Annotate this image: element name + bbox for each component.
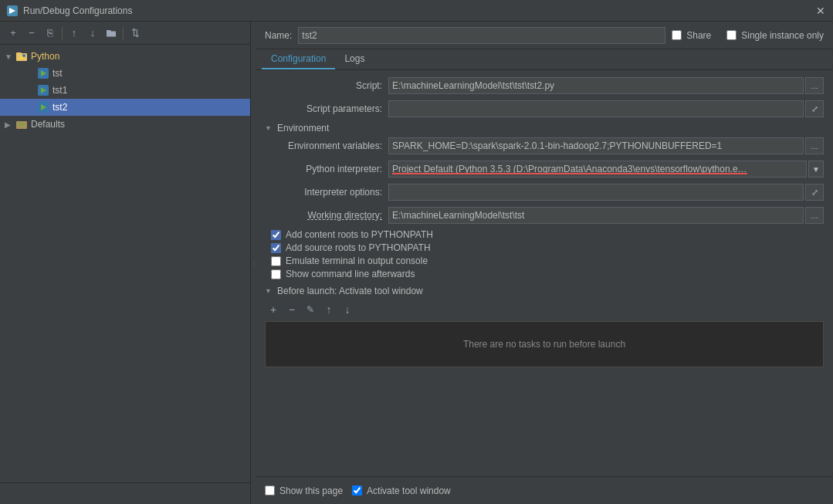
tree-label-tst1: tst1 [52,85,67,96]
tst-run-icon [37,67,49,79]
no-tasks-label: There are no tasks to run before launch [463,339,625,350]
tree-item-tst1[interactable]: ▶ tst1 [0,82,250,99]
environment-section-triangle: ▼ [265,124,274,132]
add-source-roots-checkbox[interactable] [271,243,281,253]
tree-item-python[interactable]: ▼ Python [0,48,250,65]
toolbar-separator-2 [123,27,124,39]
working-dir-row: Working directory: … [265,206,824,225]
activate-tool-label: Activate tool window [367,485,451,496]
share-checkbox[interactable] [672,30,682,40]
before-launch-remove-button[interactable]: − [283,301,300,318]
python-interpreter-value: Project Default (Python 3.5.3 (D:\Progra… [388,161,807,178]
name-label: Name: [265,30,292,41]
script-params-input[interactable] [388,100,804,117]
script-label: Script: [265,80,388,91]
tree-label-tst2: tst2 [52,102,67,113]
env-vars-label: Environment variables: [265,140,388,151]
add-content-roots-row: Add content roots to PYTHONPATH [271,229,824,240]
defaults-icon [15,118,28,130]
emulate-terminal-checkbox[interactable] [271,256,281,266]
add-content-roots-checkbox[interactable] [271,230,281,240]
right-panel: Name: Share Single instance only Configu… [256,22,833,504]
working-dir-input[interactable] [388,207,804,224]
add-source-roots-label: Add source roots to PYTHONPATH [286,242,431,253]
tabs-row: Configuration Logs [256,49,833,70]
remove-config-button[interactable]: − [23,25,40,42]
interpreter-underline [392,173,747,174]
sort-button[interactable]: ⇅ [127,25,144,42]
config-tree[interactable]: ▼ Python ▶ tst [0,45,250,482]
title-bar: Run/Debug Configurations ✕ [0,0,833,22]
script-params-row: Script parameters: ⤢ [265,100,824,118]
python-interpreter-row: Python interpreter: Project Default (Pyt… [265,160,824,178]
before-launch-label: Before launch: Activate tool window [277,286,423,296]
working-dir-label: Working directory: [265,210,388,221]
tab-logs[interactable]: Logs [335,49,374,69]
single-instance-row: Single instance only [726,30,824,41]
interpreter-options-label: Interpreter options: [265,187,388,198]
before-launch-empty-area: There are no tasks to run before launch [265,321,824,367]
svg-rect-3 [16,52,22,55]
main-container: + − ⎘ ↑ ↓ ⇅ ▼ [0,22,833,504]
activate-tool-checkbox[interactable] [352,485,362,496]
show-command-checkbox[interactable] [271,269,281,279]
checkboxes-section: Add content roots to PYTHONPATH Add sour… [265,229,824,279]
script-row: Script: … [265,76,824,95]
activate-tool-group: Activate tool window [352,485,451,496]
add-source-roots-row: Add source roots to PYTHONPATH [271,242,824,253]
name-row: Name: Share Single instance only [256,22,833,49]
show-page-label: Show this page [279,485,343,496]
script-params-expand-button[interactable]: ⤢ [805,100,824,117]
environment-section-label: Environment [277,123,329,134]
interpreter-options-input[interactable] [388,184,804,201]
tst2-run-icon [37,101,49,113]
tree-expand-python: ▼ [5,52,15,61]
env-vars-row: Environment variables: … [265,137,824,155]
svg-point-4 [22,54,25,57]
share-label: Share [686,30,711,41]
copy-config-button[interactable]: ⎘ [42,25,59,42]
footer-row: Show this page Activate tool window [256,476,833,504]
before-launch-down-button[interactable]: ↓ [339,301,356,318]
show-page-checkbox[interactable] [265,485,275,496]
interpreter-dropdown-button[interactable]: ▼ [808,161,824,178]
share-row: Share [672,30,711,41]
interpreter-options-expand-button[interactable]: ⤢ [805,184,824,201]
app-icon [6,5,19,17]
env-vars-input[interactable] [388,137,804,154]
close-button[interactable]: ✕ [814,5,827,17]
python-folder-icon [15,50,28,63]
svg-point-5 [20,56,23,59]
env-vars-browse-button[interactable]: … [805,137,824,154]
toolbar-separator-1 [62,27,63,39]
single-instance-label: Single instance only [741,30,824,41]
before-launch-toolbar: + − ✎ ↑ ↓ [265,301,824,318]
name-input[interactable] [298,27,665,44]
interpreter-text: Project Default (Python 3.5.3 (D:\Progra… [392,164,747,174]
before-launch-up-button[interactable]: ↑ [320,301,337,318]
tree-label-defaults: Defaults [31,119,65,130]
script-params-label: Script parameters: [265,103,388,114]
config-content: Script: … Script parameters: ⤢ ▼ Environ… [256,70,833,476]
tree-expand-defaults: ▶ [5,120,15,129]
show-command-row: Show command line afterwards [271,269,824,279]
tree-item-tst[interactable]: ▶ tst [0,65,250,82]
before-launch-triangle: ▼ [265,287,274,295]
script-browse-button[interactable]: … [805,77,824,94]
script-input[interactable] [388,77,804,94]
tree-item-tst2[interactable]: ▶ tst2 [0,99,250,116]
config-toolbar: + − ⎘ ↑ ↓ ⇅ [0,22,250,45]
folder-button[interactable] [103,25,120,42]
left-panel-bottom [0,482,250,504]
working-dir-browse-button[interactable]: … [805,207,824,224]
add-config-button[interactable]: + [5,25,22,42]
left-panel: + − ⎘ ↑ ↓ ⇅ ▼ [0,22,251,504]
tab-configuration[interactable]: Configuration [262,49,335,69]
single-instance-checkbox[interactable] [726,30,736,40]
tree-item-defaults[interactable]: ▶ Defaults [0,116,250,133]
before-launch-edit-button[interactable]: ✎ [302,301,319,318]
move-down-button[interactable]: ↓ [84,25,101,42]
before-launch-add-button[interactable]: + [265,301,282,318]
python-interpreter-label: Python interpreter: [265,164,388,174]
move-up-button[interactable]: ↑ [66,25,83,42]
